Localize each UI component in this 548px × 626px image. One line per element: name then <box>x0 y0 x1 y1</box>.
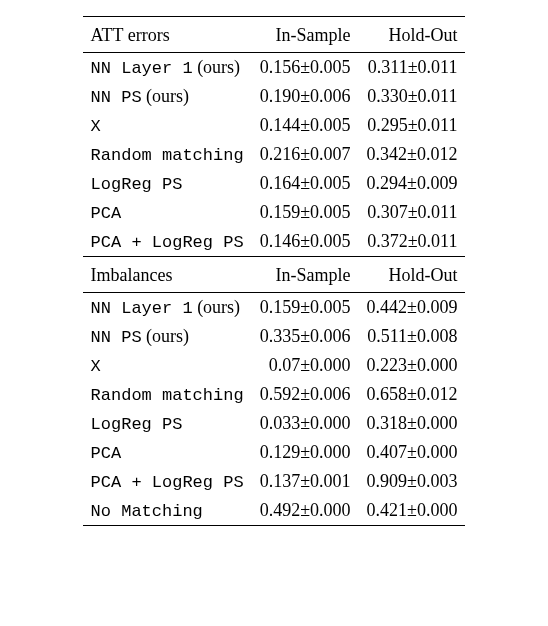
insample-cell: 0.335±0.006 <box>252 322 359 351</box>
holdout-cell: 0.223±0.000 <box>359 351 466 380</box>
holdout-cell: 0.658±0.012 <box>359 380 466 409</box>
header-holdout-imb: Hold-Out <box>359 257 466 293</box>
method-cell: NN PS (ours) <box>83 82 252 111</box>
method-cell: X <box>83 351 252 380</box>
holdout-cell: 0.372±0.011 <box>359 227 466 257</box>
table-row: PCA + LogReg PS 0.146±0.005 0.372±0.011 <box>83 227 466 257</box>
holdout-cell: 0.307±0.011 <box>359 198 466 227</box>
holdout-cell: 0.295±0.011 <box>359 111 466 140</box>
insample-cell: 0.164±0.005 <box>252 169 359 198</box>
table-row: No Matching 0.492±0.000 0.421±0.000 <box>83 496 466 526</box>
method-mono: LogReg PS <box>91 175 183 194</box>
insample-cell: 0.592±0.006 <box>252 380 359 409</box>
method-suffix: (ours) <box>142 86 190 106</box>
insample-cell: 0.156±0.005 <box>252 53 359 83</box>
insample-cell: 0.129±0.000 <box>252 438 359 467</box>
method-cell: PCA + LogReg PS <box>83 467 252 496</box>
table-row: NN PS (ours) 0.190±0.006 0.330±0.011 <box>83 82 466 111</box>
method-mono: Random matching <box>91 146 244 165</box>
insample-cell: 0.144±0.005 <box>252 111 359 140</box>
method-suffix: (ours) <box>193 57 241 77</box>
method-mono: PCA + LogReg PS <box>91 233 244 252</box>
method-mono: LogReg PS <box>91 415 183 434</box>
table-row: NN Layer 1 (ours) 0.159±0.005 0.442±0.00… <box>83 293 466 323</box>
method-cell: X <box>83 111 252 140</box>
table-row: Random matching 0.216±0.007 0.342±0.012 <box>83 140 466 169</box>
header-holdout-att: Hold-Out <box>359 17 466 53</box>
method-mono: X <box>91 357 101 376</box>
method-cell: NN Layer 1 (ours) <box>83 53 252 83</box>
method-suffix: (ours) <box>142 326 190 346</box>
insample-cell: 0.159±0.005 <box>252 293 359 323</box>
method-cell: LogReg PS <box>83 409 252 438</box>
method-mono: Random matching <box>91 386 244 405</box>
method-mono: No Matching <box>91 502 203 521</box>
holdout-cell: 0.294±0.009 <box>359 169 466 198</box>
table-row: PCA 0.159±0.005 0.307±0.011 <box>83 198 466 227</box>
method-cell: NN Layer 1 (ours) <box>83 293 252 323</box>
table-row: PCA 0.129±0.000 0.407±0.000 <box>83 438 466 467</box>
method-cell: PCA + LogReg PS <box>83 227 252 257</box>
method-mono: PCA <box>91 444 122 463</box>
table-row: PCA + LogReg PS 0.137±0.001 0.909±0.003 <box>83 467 466 496</box>
header-row-imb: Imbalances In-Sample Hold-Out <box>83 257 466 293</box>
insample-cell: 0.07±0.000 <box>252 351 359 380</box>
table-row: Random matching 0.592±0.006 0.658±0.012 <box>83 380 466 409</box>
header-insample-imb: In-Sample <box>252 257 359 293</box>
header-title-imb: Imbalances <box>83 257 252 293</box>
table-row: NN PS (ours) 0.335±0.006 0.511±0.008 <box>83 322 466 351</box>
method-cell: Random matching <box>83 380 252 409</box>
method-cell: NN PS (ours) <box>83 322 252 351</box>
table-row: NN Layer 1 (ours) 0.156±0.005 0.311±0.01… <box>83 53 466 83</box>
holdout-cell: 0.421±0.000 <box>359 496 466 526</box>
insample-cell: 0.216±0.007 <box>252 140 359 169</box>
insample-cell: 0.190±0.006 <box>252 82 359 111</box>
method-mono: X <box>91 117 101 136</box>
method-mono: NN Layer 1 <box>91 59 193 78</box>
method-cell: PCA <box>83 438 252 467</box>
insample-cell: 0.146±0.005 <box>252 227 359 257</box>
method-mono: PCA <box>91 204 122 223</box>
table-row: LogReg PS 0.164±0.005 0.294±0.009 <box>83 169 466 198</box>
holdout-cell: 0.407±0.000 <box>359 438 466 467</box>
holdout-cell: 0.311±0.011 <box>359 53 466 83</box>
holdout-cell: 0.909±0.003 <box>359 467 466 496</box>
holdout-cell: 0.330±0.011 <box>359 82 466 111</box>
header-title-att: ATT errors <box>83 17 252 53</box>
table-row: X 0.07±0.000 0.223±0.000 <box>83 351 466 380</box>
holdout-cell: 0.442±0.009 <box>359 293 466 323</box>
insample-cell: 0.137±0.001 <box>252 467 359 496</box>
results-table: ATT errors In-Sample Hold-Out NN Layer 1… <box>83 16 466 526</box>
method-cell: PCA <box>83 198 252 227</box>
method-cell: Random matching <box>83 140 252 169</box>
method-mono: NN PS <box>91 328 142 347</box>
method-suffix: (ours) <box>193 297 241 317</box>
insample-cell: 0.033±0.000 <box>252 409 359 438</box>
table-row: X 0.144±0.005 0.295±0.011 <box>83 111 466 140</box>
insample-cell: 0.159±0.005 <box>252 198 359 227</box>
table-row: LogReg PS 0.033±0.000 0.318±0.000 <box>83 409 466 438</box>
method-cell: No Matching <box>83 496 252 526</box>
holdout-cell: 0.511±0.008 <box>359 322 466 351</box>
method-mono: NN Layer 1 <box>91 299 193 318</box>
insample-cell: 0.492±0.000 <box>252 496 359 526</box>
holdout-cell: 0.318±0.000 <box>359 409 466 438</box>
method-mono: NN PS <box>91 88 142 107</box>
holdout-cell: 0.342±0.012 <box>359 140 466 169</box>
header-insample-att: In-Sample <box>252 17 359 53</box>
method-cell: LogReg PS <box>83 169 252 198</box>
header-row-att: ATT errors In-Sample Hold-Out <box>83 17 466 53</box>
method-mono: PCA + LogReg PS <box>91 473 244 492</box>
